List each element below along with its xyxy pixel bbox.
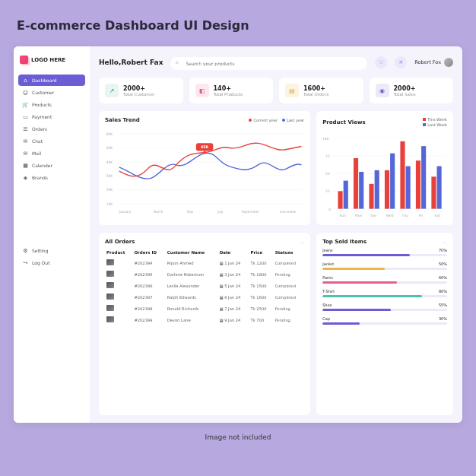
user-menu[interactable]: Robert Fox [414,58,453,67]
sidebar-item-mail[interactable]: ✉Mail [18,148,85,159]
logo[interactable]: LOGO HERE [18,54,85,65]
top-sold-item: Jeans70% [322,248,447,256]
th-customer: Customer Name [166,248,218,257]
sidebar-label: Mail [32,151,41,156]
sales-trend-card: Sales Trend Current year Last year [99,111,310,225]
kpi-label: Total Orders [303,92,328,97]
svg-text:50K: 50K [106,146,113,150]
table-row[interactable]: #202399Devon Lane▦ 9 Jan 24Tk 700Pending [105,314,304,325]
kpi-orders: ▤ 1600+Total Orders [279,78,363,103]
tables-row: All Orders ⋯ Product Orders ID Customer … [99,233,453,415]
customer-name: Ronald Richards [166,303,218,314]
kpi-label: Total Products [214,92,243,97]
search-input[interactable] [170,57,367,70]
svg-text:75: 75 [325,154,330,158]
bell-button[interactable]: ♡ [375,56,387,68]
top-sold-item: Shoe55% [322,303,447,311]
th-price: Price [249,248,274,257]
legend-label: This Week [427,117,447,122]
sidebar-item-brands[interactable]: ◈Brands [18,172,85,183]
svg-text:July: July [217,210,224,214]
kpi-value: 140+ [214,85,243,92]
topbar: Hello,Robert Fax ⌕ ♡ ☼ Robert Fox [99,54,453,70]
svg-rect-34 [370,184,374,209]
sidebar-item-orders[interactable]: ☰Orders [18,123,85,135]
customer-name: Devon Lane [166,314,218,325]
order-id: #202394 [132,257,165,268]
sun-icon: ☼ [398,59,403,65]
svg-text:May: May [187,210,194,214]
sidebar-label: Products [32,102,52,107]
sales-legend: Current year Last year [249,118,304,122]
top-sold-title: Top Sold Items [322,239,367,245]
top-sold-item: Pants60% [322,275,447,284]
kpi-value: 1600+ [303,85,328,92]
svg-text:20K: 20K [106,188,113,192]
svg-text:March: March [154,210,163,214]
legend-sq-this-icon [423,118,426,121]
table-row[interactable]: #202396Leslie Alexander▦ 5 Jan 24Tk 1500… [105,280,304,291]
sidebar-item-logout[interactable]: ↪Log Out [18,257,85,268]
orders-more-button[interactable]: ⋯ [300,240,304,245]
sidebar-item-payment[interactable]: ▭Payment [18,111,85,122]
svg-text:Fri: Fri [419,214,423,217]
order-date: ▦ 9 Jan 24 [218,314,249,325]
sales-chart: 60K50K40K30K20K10K JanuaryMarchMayJulySe… [105,126,304,219]
top-item-name: Jacket [322,262,334,266]
sidebar-item-chat[interactable]: ✉Chat [18,135,85,147]
th-date: Date [218,248,249,257]
top-item-name: Jeans [322,248,332,252]
top-sold-card: Top Sold Items ⋯ Jeans70%Jacket50%Pants6… [316,233,453,415]
order-status: Pending [274,303,304,314]
cart-icon: 🛒 [23,102,28,107]
legend-dot-current-icon [249,119,252,122]
sidebar-label: Brands [32,175,48,180]
top-item-pct: 80% [439,289,447,294]
svg-text:30K: 30K [106,174,113,178]
table-row[interactable]: #202397Ralph Edwards▦ 6 Jan 24Tk 1600Com… [105,291,304,303]
kpi-customer: ↗ 2000+Total Customer [99,78,183,103]
sidebar-item-products[interactable]: 🛒Products [18,99,85,110]
order-id: #202399 [132,314,165,325]
nav-bottom: ⚙Setting ↪Log Out [18,245,85,415]
sidebar-item-setting[interactable]: ⚙Setting [18,245,85,256]
top-sold-item: Jacket50% [322,262,447,270]
customer-name: Ralph Edwards [166,291,218,303]
order-status: Pending [274,314,304,325]
svg-text:Mon: Mon [355,214,362,217]
kpi-sales: ◉ 2000+Total Sales [370,78,454,103]
sidebar-label: Setting [32,248,48,253]
sidebar-item-calender[interactable]: ▦Calender [18,160,85,171]
kpi-value: 2000+ [123,85,154,92]
sidebar-item-customer[interactable]: ☺Customer [18,87,85,98]
search-icon: ⌕ [176,59,179,65]
kpi-value: 2000+ [394,85,416,92]
views-chart: 1007550250 SunMonTueWe [322,130,447,227]
svg-text:Sat: Sat [435,214,440,217]
legend-dot-last-icon [282,119,285,122]
top-item-pct: 60% [439,275,447,280]
nav-main: ⌂Dashboard ☺Customer 🛒Products ▭Payment … [18,75,85,245]
svg-text:0: 0 [328,208,331,211]
logo-mark-icon [20,56,28,64]
order-date: ▦ 7 Jan 24 [218,303,249,314]
avatar [444,58,453,67]
sidebar-item-dashboard[interactable]: ⌂Dashboard [18,75,85,86]
sales-kpi-icon: ◉ [376,84,389,97]
product-thumb-icon [106,259,114,265]
order-price: Tk 1800 [249,268,274,280]
svg-text:December: December [280,210,297,214]
table-row[interactable]: #202394Ripon Ahmed▦ 1 Jan 24Tk 1200Compl… [105,257,304,268]
table-row[interactable]: #202398Ronald Richards▦ 7 Jan 24Tk 2500P… [105,303,304,314]
settings-button[interactable]: ☼ [395,56,407,68]
top-sold-more-button[interactable]: ⋯ [443,240,447,245]
svg-text:25: 25 [325,189,330,193]
sales-tooltip-value: 45K [201,144,208,149]
svg-text:40K: 40K [106,160,113,164]
customer-name: Darlene Robertson [166,268,218,280]
table-row[interactable]: #202395Darlene Robertson▦ 3 Jan 24Tk 180… [105,268,304,280]
top-item-name: Shoe [322,303,332,307]
order-date: ▦ 5 Jan 24 [218,280,249,291]
views-legend: This Week Last Week [423,117,447,127]
sidebar-label: Chat [32,138,43,144]
